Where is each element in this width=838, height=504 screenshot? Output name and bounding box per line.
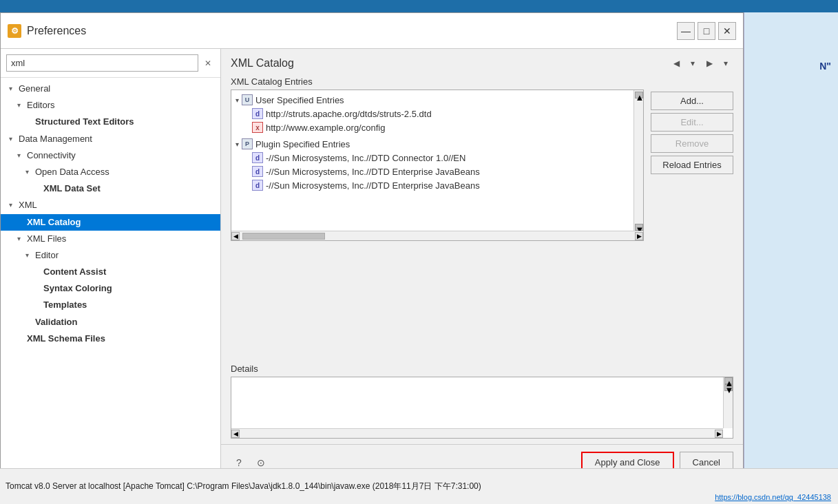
tree-label-dm: Data Management: [19, 133, 92, 145]
dialog-title: Preferences: [27, 25, 86, 37]
tree-label-val: Validation: [35, 316, 77, 328]
entry-icon-struts: d: [252, 108, 263, 119]
entry-sun-ejb1[interactable]: d -//Sun Microsystems, Inc.//DTD Enterpr…: [249, 165, 629, 178]
tree-item-syntax-coloring[interactable]: Syntax Coloring: [1, 280, 220, 297]
user-specified-label: User Specified Entries: [255, 95, 344, 105]
hscroll-left[interactable]: ◀: [231, 232, 240, 240]
details-box: ▲ ▼ ◀ ▶: [231, 377, 733, 439]
details-scroll-up[interactable]: ▲: [724, 377, 733, 384]
scroll-up-arrow[interactable]: ▲: [635, 92, 643, 98]
nav-forward-button[interactable]: ▶: [702, 56, 717, 71]
tree-arrow-xml: ▾: [9, 200, 19, 210]
tree-arrow-oda: ▾: [25, 167, 35, 177]
add-button[interactable]: Add...: [651, 92, 733, 110]
nav-back-button[interactable]: ◀: [669, 56, 684, 71]
details-hscroll-left[interactable]: ◀: [231, 430, 240, 438]
main-content: ✕ ▾ General ▾ Editors Structured Text Ed…: [1, 49, 743, 480]
left-panel: ✕ ▾ General ▾ Editors Structured Text Ed…: [1, 49, 221, 480]
search-clear-button[interactable]: ✕: [201, 56, 215, 70]
tree-label-ca: Content Assist: [43, 266, 106, 278]
user-specified-children: d http://struts.apache.org/dtds/struts-2…: [235, 107, 629, 134]
title-controls: — □ ✕: [677, 22, 736, 40]
tree-item-xml-schema-files[interactable]: XML Schema Files: [1, 330, 220, 347]
entry-icon-ejb2: d: [252, 180, 263, 191]
bg-right-text: N": [819, 61, 831, 72]
tree-arrow-sc: [34, 284, 43, 293]
status-url[interactable]: https://blog.csdn.net/qq_42445138: [715, 493, 831, 501]
tree-item-templates[interactable]: Templates: [1, 297, 220, 313]
tree-label-tmpl: Templates: [43, 299, 87, 311]
edit-button[interactable]: Edit...: [651, 113, 733, 132]
details-hscroll-right[interactable]: ▶: [715, 430, 723, 438]
tree-label-xmlf: XML Files: [27, 233, 66, 245]
scroll-down-arrow[interactable]: ▼: [635, 224, 643, 231]
user-specified-group-header[interactable]: ▾ U User Specified Entries: [235, 93, 629, 107]
tree-item-validation[interactable]: Validation: [1, 314, 220, 330]
entry-sun-connector[interactable]: d -//Sun Microsystems, Inc.//DTD Connect…: [249, 151, 629, 165]
title-bar-left: ⚙ Preferences: [8, 24, 86, 38]
entry-label-connector: -//Sun Microsystems, Inc.//DTD Connector…: [266, 153, 465, 163]
tree-item-connectivity[interactable]: ▾ Connectivity: [1, 147, 220, 164]
details-scroll-down[interactable]: ▼: [724, 384, 733, 391]
entry-example-config[interactable]: x http://www.example.org/config: [249, 120, 629, 134]
tree: ▾ General ▾ Editors Structured Text Edit…: [1, 78, 220, 480]
section-title: XML Catalog: [231, 57, 294, 70]
reload-entries-button[interactable]: Reload Entries: [651, 156, 733, 174]
tree-arrow-editors: ▾: [17, 101, 27, 110]
tree-item-data-management[interactable]: ▾ Data Management: [1, 131, 220, 147]
tree-item-open-data-access[interactable]: ▾ Open Data Access: [1, 164, 220, 180]
tree-arrow-val: [25, 317, 35, 327]
plugin-specified-arrow: ▾: [235, 140, 239, 148]
hscroll-right[interactable]: ▶: [635, 232, 643, 240]
plugin-specified-label: Plugin Specified Entries: [255, 139, 350, 149]
plugin-specified-children: d -//Sun Microsystems, Inc.//DTD Connect…: [235, 151, 629, 192]
tree-label-sc: Syntax Coloring: [43, 282, 112, 295]
tree-item-editor[interactable]: ▾ Editor: [1, 247, 220, 264]
tree-label-oda: Open Data Access: [35, 166, 109, 178]
tree-item-xml-files[interactable]: ▾ XML Files: [1, 231, 220, 247]
details-scrollbar-h[interactable]: ◀ ▶: [231, 428, 723, 438]
tree-label-ed: Editor: [35, 249, 59, 262]
details-scrollbar-v[interactable]: ▲ ▼: [723, 377, 733, 428]
entry-struts-dtd[interactable]: d http://struts.apache.org/dtds/struts-2…: [249, 107, 629, 120]
tree-item-content-assist[interactable]: Content Assist: [1, 264, 220, 280]
tree-item-xml-data-set[interactable]: XML Data Set: [1, 180, 220, 197]
hscroll-thumb[interactable]: [242, 233, 325, 240]
nav-back-dropdown-button[interactable]: ▾: [685, 56, 700, 71]
tree-label-xsf: XML Schema Files: [27, 333, 105, 345]
close-button[interactable]: ✕: [718, 22, 736, 40]
entry-label-config: http://www.example.org/config: [266, 123, 385, 133]
search-input[interactable]: [6, 54, 198, 72]
details-section: Details ▲ ▼ ◀ ▶: [221, 358, 743, 444]
tree-label-xds: XML Data Set: [43, 182, 101, 195]
tree-item-xml-catalog[interactable]: XML Catalog: [1, 214, 220, 231]
tree-arrow-ca: [34, 267, 43, 277]
tree-arrow-xmlcat: [17, 218, 27, 227]
entry-icon-ejb1: d: [252, 166, 263, 177]
minimize-button[interactable]: —: [677, 22, 695, 40]
nav-forward-dropdown-button[interactable]: ▾: [718, 56, 733, 71]
user-specified-group: ▾ U User Specified Entries d http://stru…: [233, 92, 632, 136]
search-box: ✕: [1, 49, 220, 78]
tree-arrow-conn: ▾: [17, 151, 27, 160]
section-header: XML Catalog ◀ ▾ ▶ ▾: [221, 49, 743, 76]
entry-sun-ejb2[interactable]: d -//Sun Microsystems, Inc.//DTD Enterpr…: [249, 178, 629, 192]
maximize-button[interactable]: □: [698, 22, 715, 40]
tree-arrow-xds: [34, 184, 43, 193]
tree-arrow-dm: ▾: [9, 134, 19, 144]
tree-item-xml[interactable]: ▾ XML: [1, 197, 220, 213]
tree-item-structured-text-editors[interactable]: Structured Text Editors: [1, 114, 220, 130]
plugin-specified-group-header[interactable]: ▾ P Plugin Specified Entries: [235, 137, 629, 151]
entries-label: XML Catalog Entries: [231, 76, 644, 87]
tree-label-ste: Structured Text Editors: [35, 116, 134, 128]
tree-item-editors[interactable]: ▾ Editors: [1, 97, 220, 114]
remove-button[interactable]: Remove: [651, 134, 733, 153]
tree-item-general[interactable]: ▾ General: [1, 81, 220, 97]
entries-scrollbar-v[interactable]: ▲ ▼: [633, 90, 643, 231]
entries-scrollbar-h[interactable]: ◀ ▶: [231, 231, 643, 240]
tree-arrow-ed: ▾: [25, 251, 35, 260]
tree-arrow-xmlf: ▾: [17, 234, 27, 244]
user-specified-icon: U: [242, 94, 253, 105]
details-label: Details: [231, 364, 733, 374]
title-bar: ⚙ Preferences — □ ✕: [1, 13, 743, 49]
